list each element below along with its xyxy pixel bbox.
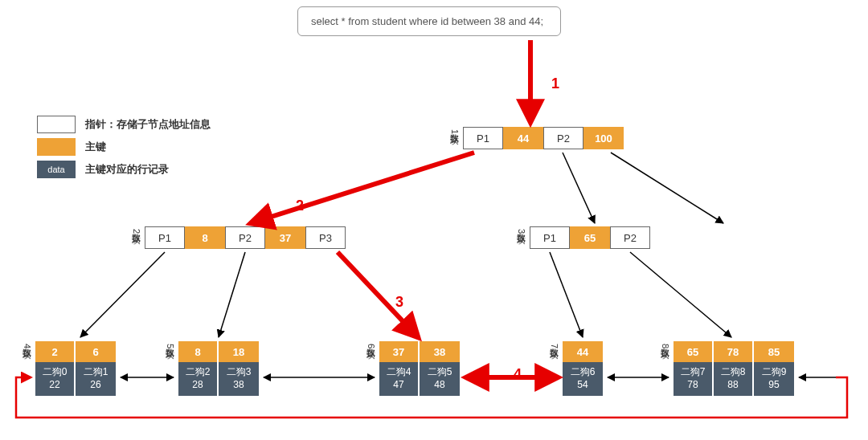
key-cell: 8: [185, 226, 225, 249]
leaf-row-name: 二狗9: [762, 366, 787, 379]
leaf-data: 二狗022: [35, 362, 76, 396]
leaf-data: 二狗548: [420, 362, 460, 396]
legend-pointer: 指针：存储子节点地址信息: [37, 116, 211, 133]
leaf-row-val: 48: [434, 379, 444, 392]
leaf-data: 二狗338: [219, 362, 259, 396]
leaf-node-8: 65二狗77878二狗88885二狗995: [674, 341, 794, 396]
leaf-data: 二狗654: [563, 362, 603, 396]
leaf-node-4: 2二狗0226二狗126: [35, 341, 116, 396]
leaf-key: 18: [219, 341, 259, 362]
block-label-no: 7: [550, 344, 559, 349]
leaf-key: 6: [76, 341, 116, 362]
leaf-node-6: 37二狗44738二狗548: [379, 341, 460, 396]
leaf-key: 78: [714, 341, 754, 362]
pointer-cell: P3: [305, 226, 346, 249]
block-label-8: 数据块8: [659, 341, 671, 349]
edge-root-far: [611, 153, 723, 223]
leaf-key: 44: [563, 341, 603, 362]
leaf-row-name: 二狗5: [428, 366, 452, 379]
key-cell: 44: [503, 127, 543, 149]
block-label-no: 4: [23, 344, 32, 349]
step-3: 3: [395, 294, 403, 311]
leaf-row-val: 88: [727, 379, 738, 392]
block-label-no: 2: [132, 229, 141, 234]
block-label-no: 3: [517, 229, 526, 234]
leaf-key: 37: [379, 341, 420, 362]
sql-query-box: select * from student where id between 3…: [297, 6, 561, 36]
leaf-data: 二狗995: [754, 362, 794, 396]
leaf-column: 65二狗778: [674, 341, 714, 396]
block-label-2: 数据块2: [130, 226, 142, 234]
legend-row-record: data 主键对应的行记录: [37, 161, 211, 178]
leaf-row-val: 26: [90, 379, 100, 392]
step-arrow-2: [251, 153, 474, 223]
edge-il-2: [219, 252, 245, 337]
key-cell: 37: [265, 226, 305, 249]
block-label-3: 数据块3: [515, 226, 527, 234]
leaf-row-name: 二狗6: [571, 366, 596, 379]
step-4: 4: [514, 366, 522, 383]
legend-pointer-label: 指针：存储子节点地址信息: [85, 117, 211, 132]
leaf-row-val: 47: [393, 379, 403, 392]
leaf-column: 78二狗888: [714, 341, 754, 396]
leaf-row-name: 二狗7: [681, 366, 706, 379]
block-label-no: 6: [366, 344, 376, 349]
leaf-column: 38二狗548: [420, 341, 460, 396]
leaf-row-name: 二狗2: [186, 366, 211, 379]
step-2: 2: [296, 198, 304, 214]
internal-node-left: P18P237P3: [145, 226, 346, 249]
step-arrow-3: [338, 252, 418, 337]
key-cell: 65: [570, 226, 610, 249]
leaf-key: 65: [674, 341, 714, 362]
leaf-row-name: 二狗1: [84, 366, 108, 379]
leaf-column: 85二狗995: [754, 341, 794, 396]
step-1: 1: [551, 75, 559, 92]
legend-swatch-pk: [37, 138, 76, 156]
leaf-data: 二狗228: [178, 362, 219, 396]
edge-root-right: [563, 153, 595, 223]
pointer-cell: P2: [543, 127, 583, 149]
block-label-5: 数据块5: [164, 341, 176, 349]
block-label-4: 数据块4: [21, 341, 33, 349]
legend-pk-label: 主键: [85, 140, 106, 154]
leaf-column: 6二狗126: [76, 341, 116, 396]
pointer-cell: P2: [225, 226, 265, 249]
leaf-row-val: 28: [192, 379, 203, 392]
leaf-data: 二狗126: [76, 362, 116, 396]
pointer-cell: P1: [530, 226, 570, 249]
leaf-column: 44二狗654: [563, 341, 603, 396]
leaf-node-5: 8二狗22818二狗338: [178, 341, 259, 396]
edge-ir-1: [550, 252, 583, 337]
leaf-key: 85: [754, 341, 794, 362]
legend-swatch-data: data: [37, 161, 76, 178]
legend-row-label: 主键对应的行记录: [85, 162, 169, 177]
pointer-cell: P2: [610, 226, 650, 249]
leaf-row-val: 54: [577, 379, 588, 392]
leaf-row-name: 二狗3: [227, 366, 252, 379]
legend-swatch-pointer: [37, 116, 76, 133]
block-label-no: 5: [166, 344, 175, 349]
block-label-no: 1: [450, 129, 460, 135]
leaf-row-val: 38: [233, 379, 244, 392]
block-label-6: 数据块6: [365, 341, 377, 349]
legend-primary-key: 主键: [37, 138, 211, 156]
leaf-column: 37二狗447: [379, 341, 420, 396]
pointer-cell: P1: [145, 226, 185, 249]
leaf-data: 二狗778: [674, 362, 714, 396]
leaf-row-name: 二狗4: [387, 366, 411, 379]
leaf-column: 2二狗022: [35, 341, 76, 396]
leaf-row-val: 22: [49, 379, 59, 392]
leaf-row-val: 95: [768, 379, 779, 392]
edge-ir-2: [630, 252, 731, 337]
leaf-data: 二狗447: [379, 362, 420, 396]
leaf-key: 38: [420, 341, 460, 362]
leaf-node-7: 44二狗654: [563, 341, 603, 396]
leaf-data: 二狗888: [714, 362, 754, 396]
pointer-cell: P1: [463, 127, 503, 149]
block-label-7: 数据块7: [548, 341, 560, 349]
key-cell: 100: [583, 127, 624, 149]
block-label-1: 数据块1: [448, 127, 461, 135]
leaf-key: 2: [35, 341, 76, 362]
leaf-row-name: 二狗8: [721, 366, 746, 379]
leaf-row-name: 二狗0: [43, 366, 68, 379]
